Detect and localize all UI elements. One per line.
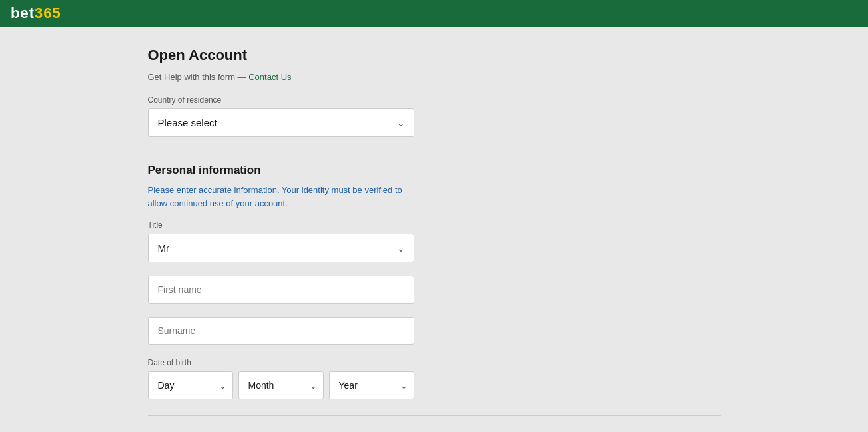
month-select-wrapper: Month JanuaryFebruaryMarch AprilMayJune … bbox=[238, 371, 324, 399]
month-select[interactable]: Month JanuaryFebruaryMarch AprilMayJune … bbox=[238, 371, 324, 399]
dob-field-group: Date of birth Day 12345 678910 ⌄ Month J… bbox=[148, 358, 721, 399]
country-label: Country of residence bbox=[148, 95, 721, 105]
title-label: Title bbox=[148, 220, 721, 230]
help-text: Get Help with this form — Contact Us bbox=[148, 72, 721, 82]
personal-information-section: Personal information Please enter accura… bbox=[148, 164, 721, 399]
dob-row: Day 12345 678910 ⌄ Month JanuaryFebruary… bbox=[148, 371, 414, 399]
logo-365-text: 365 bbox=[35, 5, 61, 21]
personal-section-title: Personal information bbox=[148, 164, 721, 177]
help-text-static: Get Help with this form — bbox=[148, 72, 246, 82]
page-title: Open Account bbox=[148, 47, 721, 64]
site-logo: bet365 bbox=[11, 5, 61, 22]
day-select[interactable]: Day 12345 678910 bbox=[148, 371, 233, 399]
country-select[interactable]: Please select United Kingdom Ireland Aus… bbox=[148, 108, 414, 137]
first-name-field-group bbox=[148, 276, 721, 304]
surname-field-group bbox=[148, 317, 721, 345]
section-divider bbox=[148, 415, 721, 416]
year-select-wrapper: Year 200019991998 199719961995 199019851… bbox=[329, 371, 414, 399]
personal-info-text: Please enter accurate information. Your … bbox=[148, 184, 414, 210]
logo-bet-text: bet bbox=[11, 5, 35, 21]
title-select-wrapper: Mr Mrs Miss Ms Dr ⌄ bbox=[148, 234, 414, 262]
title-select[interactable]: Mr Mrs Miss Ms Dr bbox=[148, 234, 414, 262]
day-select-wrapper: Day 12345 678910 ⌄ bbox=[148, 371, 233, 399]
site-header: bet365 bbox=[0, 0, 868, 27]
country-field-group: Country of residence Please select Unite… bbox=[148, 95, 721, 137]
first-name-input[interactable] bbox=[148, 276, 414, 304]
contact-us-link[interactable]: Contact Us bbox=[248, 72, 291, 82]
dob-label: Date of birth bbox=[148, 358, 721, 367]
surname-input[interactable] bbox=[148, 317, 414, 345]
title-field-group: Title Mr Mrs Miss Ms Dr ⌄ bbox=[148, 220, 721, 262]
main-content: Open Account Get Help with this form — C… bbox=[135, 27, 734, 432]
country-select-wrapper: Please select United Kingdom Ireland Aus… bbox=[148, 108, 414, 137]
year-select[interactable]: Year 200019991998 199719961995 199019851… bbox=[329, 371, 414, 399]
